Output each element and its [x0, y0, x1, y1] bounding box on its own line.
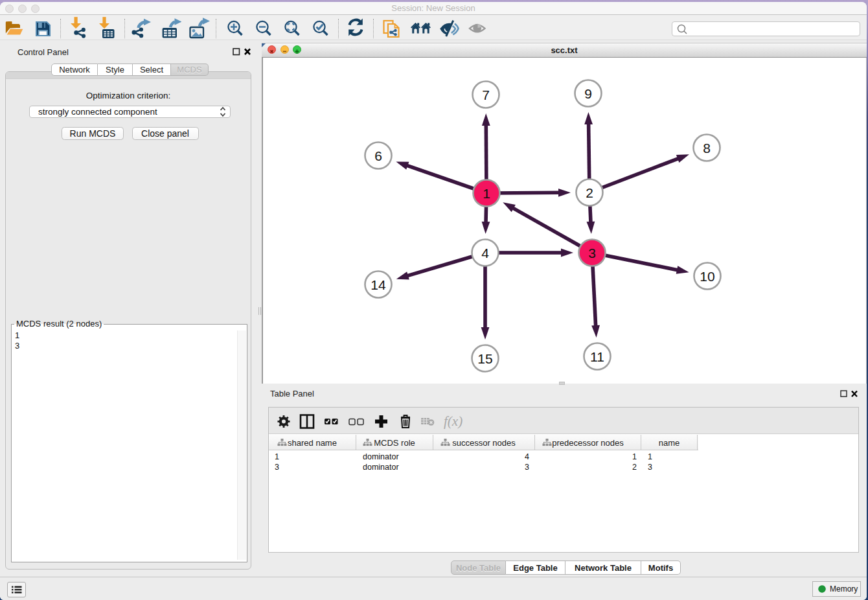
- svg-text:2: 2: [586, 185, 593, 200]
- svg-text:7: 7: [482, 87, 490, 102]
- svg-text:11: 11: [590, 349, 604, 364]
- svg-text:14: 14: [371, 277, 386, 292]
- svg-text:8: 8: [703, 141, 711, 156]
- svg-text:1: 1: [483, 186, 490, 201]
- svg-text:10: 10: [700, 269, 714, 284]
- svg-text:9: 9: [584, 86, 592, 101]
- svg-text:f(x): f(x): [444, 413, 463, 429]
- svg-text:15: 15: [477, 351, 492, 366]
- svg-text:3: 3: [588, 246, 596, 260]
- svg-text:6: 6: [374, 148, 382, 163]
- svg-text:4: 4: [481, 246, 489, 260]
